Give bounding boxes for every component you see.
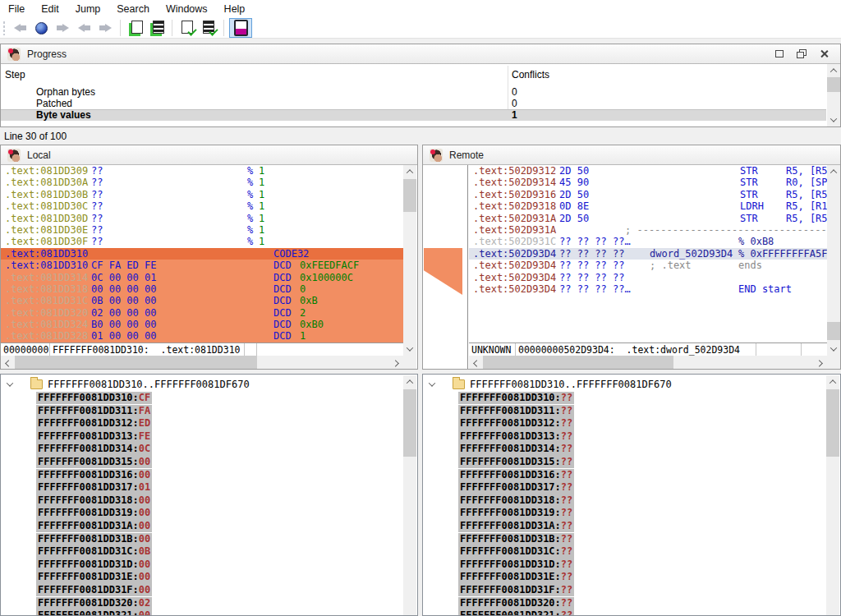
code-line[interactable]: .text:502D93D4?? ?? ?? ??; .textends — [469, 260, 827, 271]
menu-item-search[interactable]: Search — [108, 0, 158, 18]
byte-row[interactable]: FFFFFFF0081DD31D:00 — [1, 559, 403, 572]
code-line[interactable]: .text:081DD30E??%1 — [1, 224, 403, 236]
byte-row[interactable]: FFFFFFF0081DD31D:?? — [423, 559, 826, 572]
code-line[interactable]: .text:081DD309??%1 — [1, 165, 403, 177]
code-line[interactable]: .text:502D93D4?? ?? ?? ??dword_502D93D4%… — [469, 248, 827, 260]
byte-row[interactable]: FFFFFFF0081DD316:?? — [423, 469, 826, 482]
scroll-down-button[interactable] — [827, 342, 840, 356]
bytes-vertical-scrollbar[interactable] — [403, 375, 416, 615]
prev-change-icon[interactable] — [74, 18, 94, 38]
scrollbar-thumb[interactable] — [827, 77, 840, 92]
code-line[interactable]: .text:502D93D4?? ?? ?? ?? — [469, 272, 827, 283]
code-line[interactable]: .text:081DD30B??%1 — [1, 189, 403, 200]
next-change-icon[interactable] — [95, 18, 115, 38]
chevron-down-icon[interactable] — [429, 379, 435, 386]
byte-row[interactable]: FFFFFFF0081DD31E:00 — [1, 571, 403, 584]
byte-row[interactable]: FFFFFFF0081DD319:00 — [1, 507, 403, 520]
code-line[interactable]: .text:502D931A2D 50STRR5, [R5 — [469, 213, 827, 224]
scrollbar-thumb[interactable] — [483, 356, 673, 369]
progress-table-row[interactable]: Orphan bytes0 — [1, 86, 826, 98]
scroll-down-button[interactable] — [827, 113, 840, 126]
local-horizontal-scrollbar[interactable] — [1, 356, 403, 369]
remote-horizontal-scrollbar[interactable] — [469, 356, 827, 369]
code-line[interactable]: .text:081DD30C??%1 — [1, 200, 403, 212]
remote-vertical-scrollbar[interactable] — [827, 165, 840, 356]
byte-row[interactable]: FFFFFFF0081DD315:00 — [1, 456, 403, 469]
code-line[interactable]: .text:081DD32002 00 00 00DCD2 — [1, 307, 403, 319]
byte-row[interactable]: FFFFFFF0081DD318:00 — [1, 494, 403, 508]
byte-row[interactable]: FFFFFFF0081DD312:ED — [1, 417, 403, 430]
local-vertical-scrollbar[interactable] — [403, 165, 416, 356]
code-line[interactable]: .text:081DD30D??%1 — [1, 213, 403, 224]
code-line[interactable]: .text:081DD31800 00 00 00DCD0 — [1, 283, 403, 295]
menu-item-file[interactable]: File — [0, 0, 33, 18]
scrollbar-thumb[interactable] — [827, 322, 840, 340]
byte-row[interactable]: FFFFFFF0081DD31F:?? — [423, 584, 826, 597]
byte-row[interactable]: FFFFFFF0081DD313:FE — [1, 430, 403, 444]
byte-row[interactable]: FFFFFFF0081DD311:?? — [423, 405, 826, 418]
restore-button[interactable] — [797, 49, 807, 58]
list-icon[interactable] — [147, 18, 167, 38]
scroll-right-button[interactable] — [814, 356, 827, 369]
code-line[interactable]: .text:502D931445 90STRR0, [SP — [469, 177, 827, 188]
code-line[interactable]: .text:081DD310CF FA ED FEDCD0xFEEDFACF — [1, 260, 403, 271]
menu-item-jump[interactable]: Jump — [67, 0, 109, 18]
byte-row[interactable]: FFFFFFF0081DD313:?? — [423, 430, 826, 444]
progress-scrollbar[interactable] — [827, 64, 840, 126]
progress-titlebar[interactable]: Progress — [1, 44, 840, 64]
scrollbar-thumb[interactable] — [826, 389, 839, 457]
chevron-down-icon[interactable] — [7, 379, 13, 386]
scroll-up-button[interactable] — [827, 165, 840, 178]
byte-row[interactable]: FFFFFFF0081DD314:?? — [423, 443, 826, 456]
scroll-up-button[interactable] — [827, 64, 840, 77]
byte-row[interactable]: FFFFFFF0081DD310:CF — [1, 392, 403, 405]
byte-range-header[interactable]: FFFFFFF0081DD310..FFFFFFF0081DF670 — [1, 376, 417, 392]
byte-row[interactable]: FFFFFFF0081DD318:?? — [423, 494, 826, 508]
code-line[interactable]: .text:081DD32801 00 00 00DCD1 — [1, 330, 403, 342]
byte-row[interactable]: FFFFFFF0081DD31C:?? — [423, 545, 826, 559]
menu-item-windows[interactable]: Windows — [158, 0, 216, 18]
remote-titlebar[interactable]: Remote — [423, 145, 840, 165]
byte-row[interactable]: FFFFFFF0081DD31B:00 — [1, 533, 403, 546]
byte-row[interactable]: FFFFFFF0081DD31A:00 — [1, 520, 403, 533]
maximize-button[interactable] — [775, 50, 784, 57]
byte-row[interactable]: FFFFFFF0081DD320:?? — [423, 597, 826, 610]
byte-row[interactable]: FFFFFFF0081DD311:FA — [1, 405, 403, 418]
nav-forward-icon[interactable] — [53, 18, 72, 38]
byte-row[interactable]: FFFFFFF0081DD31E:?? — [423, 571, 826, 584]
document-check-icon[interactable] — [177, 18, 197, 38]
code-line[interactable]: .text:502D931C?? ?? ?? ??…% 0xB8 — [469, 236, 827, 247]
bytes-vertical-scrollbar[interactable] — [826, 375, 839, 615]
byte-row[interactable]: FFFFFFF0081DD317:?? — [423, 481, 826, 494]
scrollbar-thumb[interactable] — [403, 179, 416, 212]
byte-row[interactable]: FFFFFFF0081DD31F:00 — [1, 584, 403, 597]
byte-row[interactable]: FFFFFFF0081DD317:01 — [1, 481, 403, 494]
byte-row[interactable]: FFFFFFF0081DD316:00 — [1, 469, 403, 482]
byte-range-header[interactable]: FFFFFFF0081DD310..FFFFFFF0081DF670 — [423, 376, 840, 392]
current-position-icon[interactable] — [31, 18, 51, 38]
code-line[interactable]: .text:502D93122D 50STRR5, [R5 — [469, 165, 827, 177]
byte-row[interactable]: FFFFFFF0081DD321:00 — [1, 609, 403, 615]
code-line[interactable]: .text:081DD310CODE32 — [1, 248, 403, 260]
document-icon[interactable] — [126, 18, 145, 38]
scroll-right-button[interactable] — [390, 356, 403, 369]
byte-row[interactable]: FFFFFFF0081DD31A:?? — [423, 520, 826, 533]
scroll-up-button[interactable] — [403, 375, 416, 388]
byte-row[interactable]: FFFFFFF0081DD319:?? — [423, 507, 826, 520]
local-titlebar[interactable]: Local — [1, 145, 417, 165]
byte-row[interactable]: FFFFFFF0081DD314:0C — [1, 443, 403, 456]
menu-item-edit[interactable]: Edit — [33, 0, 67, 18]
menu-item-help[interactable]: Help — [216, 0, 254, 18]
byte-row[interactable]: FFFFFFF0081DD31C:0B — [1, 545, 403, 559]
code-line[interactable]: .text:081DD30F??%1 — [1, 236, 403, 247]
byte-row[interactable]: FFFFFFF0081DD31B:?? — [423, 533, 826, 546]
scroll-down-button[interactable] — [403, 342, 416, 356]
code-line[interactable]: .text:502D93180D 8ELDRHR5, [R1 — [469, 200, 827, 212]
code-line[interactable]: .text:502D93D4?? ?? ?? ??…END start — [469, 283, 827, 295]
nav-back-icon[interactable] — [10, 18, 30, 38]
scroll-left-button[interactable] — [1, 356, 14, 369]
progress-table-row[interactable]: Byte values1 — [1, 109, 826, 121]
byte-row[interactable]: FFFFFFF0081DD321:?? — [423, 609, 826, 615]
code-line[interactable]: .text:502D931A; ------------------------… — [469, 224, 827, 236]
code-line[interactable]: .text:502D93162D 50STRR5, [R5 — [469, 189, 827, 200]
